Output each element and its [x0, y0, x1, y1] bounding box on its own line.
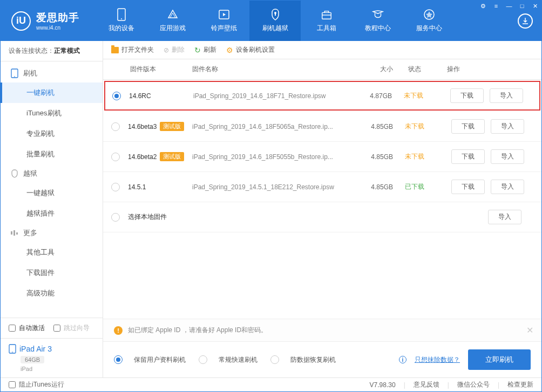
nav-tab-5[interactable]: 教程中心 [352, 1, 403, 41]
app-url: www.i4.cn [36, 25, 79, 31]
radio-button[interactable] [111, 213, 120, 222]
logo-icon: iU [11, 11, 31, 31]
svg-rect-4 [275, 13, 276, 16]
version-label: V7.98.30 [370, 381, 396, 389]
open-folder-button[interactable]: 打开文件夹 [111, 45, 154, 54]
sidebar-item[interactable]: 下载固件 [1, 263, 103, 283]
table-header: 固件版本 固件名称 大小 状态 操作 [103, 59, 541, 80]
delete-icon: ⊘ [164, 46, 169, 54]
nav-icon [167, 9, 179, 20]
nav-tab-0[interactable]: 我的设备 [96, 1, 147, 41]
toolbar: 打开文件夹 ⊘ 删除 ↻ 刷新 ⚙ 设备刷机设置 [103, 41, 541, 59]
nav-tab-3[interactable]: 刷机越狱 [249, 1, 301, 41]
radio-button[interactable] [111, 153, 120, 161]
svg-rect-10 [13, 230, 15, 236]
close-notice-icon[interactable]: ✕ [526, 325, 533, 335]
refresh-button[interactable]: ↻ 刷新 [194, 45, 216, 54]
firmware-row[interactable]: 14.6RC iPad_Spring_2019_14.6_18F71_Resto… [104, 81, 540, 111]
svg-point-8 [14, 76, 15, 77]
app-header: ⚙ ≡ — □ ✕ iU 爱思助手 www.i4.cn 我的设备应用游戏铃声壁纸… [1, 1, 541, 41]
sidebar-item[interactable]: iTunes刷机 [1, 103, 103, 123]
settings-icon[interactable]: ⚙ [477, 1, 490, 11]
sidebar-item[interactable]: 一键刷机 [1, 82, 103, 103]
radio-button[interactable] [112, 92, 121, 100]
sidebar-item[interactable]: 越狱插件 [1, 203, 103, 224]
nav-tab-4[interactable]: 工具箱 [301, 1, 352, 41]
device-info[interactable]: iPad Air 3 64GB iPad [1, 339, 103, 377]
svg-rect-5 [322, 12, 331, 19]
logo-area: iU 爱思助手 www.i4.cn [1, 1, 90, 41]
import-button[interactable]: 导入 [490, 88, 523, 103]
window-controls: ⚙ ≡ — □ ✕ [477, 1, 541, 11]
sidebar-item[interactable]: 批量刷机 [1, 144, 103, 164]
minimize-icon[interactable]: — [503, 1, 516, 11]
radio-button[interactable] [111, 122, 120, 131]
nav-icon [423, 9, 435, 20]
svg-rect-11 [16, 232, 18, 235]
menu-icon[interactable]: ≡ [490, 1, 503, 11]
radio-selected[interactable] [114, 355, 123, 364]
gear-icon: ⚙ [226, 46, 233, 54]
wechat-link[interactable]: 微信公众号 [457, 380, 490, 389]
folder-icon [111, 47, 119, 53]
skip-wizard-checkbox[interactable] [53, 325, 60, 332]
test-badge: 测试版 [160, 122, 184, 131]
block-itunes-checkbox[interactable] [9, 381, 16, 388]
download-button[interactable]: 下载 [451, 119, 485, 134]
nav-icon [321, 9, 333, 20]
refresh-icon: ↻ [194, 46, 201, 54]
nav-tab-1[interactable]: 应用游戏 [147, 1, 198, 41]
download-button[interactable]: 下载 [451, 149, 485, 164]
device-settings-button[interactable]: ⚙ 设备刷机设置 [226, 45, 275, 54]
sidebar-item[interactable]: 高级功能 [1, 283, 103, 304]
radio-button[interactable] [111, 183, 120, 191]
warning-icon: ! [114, 326, 123, 335]
close-icon[interactable]: ✕ [529, 1, 541, 11]
import-button[interactable]: 导入 [491, 180, 524, 194]
nav-icon [218, 9, 230, 20]
sidebar-nav: 刷机一键刷机iTunes刷机专业刷机批量刷机越狱一键越狱越狱插件更多其他工具下载… [1, 61, 103, 318]
download-button[interactable]: 下载 [451, 180, 485, 194]
sidebar: 设备连接状态：正常模式 刷机一键刷机iTunes刷机专业刷机批量刷机越狱一键越狱… [1, 41, 103, 377]
import-button[interactable]: 导入 [491, 119, 524, 134]
flash-options: 保留用户资料刷机 常规快速刷机 防数据恢复刷机 i 只想抹除数据？ 立即刷机 [103, 341, 541, 377]
nav-icon [372, 9, 384, 20]
firmware-row[interactable]: 14.5.1 iPad_Spring_2019_14.5.1_18E212_Re… [103, 172, 541, 202]
local-firmware-row[interactable]: 选择本地固件 导入 [103, 202, 541, 232]
svg-point-1 [121, 18, 122, 19]
app-title: 爱思助手 [36, 11, 79, 25]
firmware-row[interactable]: 14.6beta3 测试版 iPad_Spring_2019_14.6_18F5… [103, 112, 541, 142]
section-icon [10, 69, 19, 78]
delete-button[interactable]: ⊘ 删除 [164, 45, 185, 54]
nav-icon [269, 9, 281, 20]
flash-opt-keep-data[interactable]: 保留用户资料刷机 [114, 355, 186, 365]
nav-tab-2[interactable]: 铃声壁纸 [198, 1, 249, 41]
sidebar-item[interactable]: 专业刷机 [1, 123, 103, 144]
download-button[interactable]: 下载 [450, 88, 484, 103]
flash-now-button[interactable]: 立即刷机 [468, 349, 531, 370]
nav-tab-6[interactable]: 服务中心 [403, 1, 455, 41]
erase-only-link[interactable]: 只想抹除数据？ [415, 355, 460, 365]
svg-point-13 [12, 352, 13, 353]
sidebar-options: 自动激活 跳过向导 [1, 318, 103, 339]
sidebar-item[interactable]: 其他工具 [1, 242, 103, 263]
firmware-row[interactable]: 14.6beta2 测试版 iPad_Spring_2019_14.6_18F5… [103, 142, 541, 172]
notice-bar: ! 如已绑定 Apple ID ，请准备好 Apple ID和密码。 ✕ [103, 319, 541, 341]
feedback-link[interactable]: 意见反馈 [414, 380, 439, 389]
sidebar-item[interactable]: 一键越狱 [1, 183, 103, 203]
flash-opt-normal[interactable]: 常规快速刷机 [199, 355, 258, 365]
flash-opt-anti-recovery[interactable]: 防数据恢复刷机 [270, 355, 336, 365]
sidebar-section: 越狱 [1, 164, 103, 183]
connection-status: 设备连接状态：正常模式 [1, 41, 103, 61]
footer: 阻止iTunes运行 V7.98.30 | 意见反馈 | 微信公众号 | 检查更… [1, 377, 541, 391]
sidebar-section: 更多 [1, 224, 103, 242]
test-badge: 测试版 [160, 152, 184, 161]
maximize-icon[interactable]: □ [516, 1, 529, 11]
auto-activate-checkbox[interactable] [9, 325, 16, 332]
sidebar-section: 刷机 [1, 64, 103, 82]
import-button[interactable]: 导入 [488, 210, 521, 224]
firmware-table: 14.6RC iPad_Spring_2019_14.6_18F71_Resto… [103, 80, 541, 319]
main-panel: 打开文件夹 ⊘ 删除 ↻ 刷新 ⚙ 设备刷机设置 固件版本 固件名称 大小 状态… [103, 41, 541, 377]
check-update-link[interactable]: 检查更新 [507, 380, 533, 389]
import-button[interactable]: 导入 [491, 149, 524, 164]
